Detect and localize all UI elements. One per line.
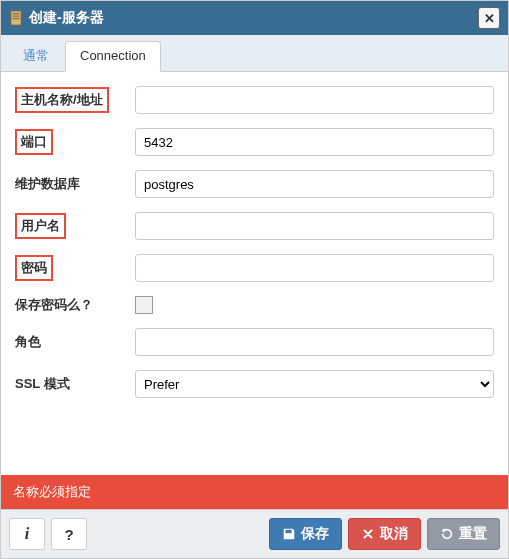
tab-connection[interactable]: Connection: [65, 41, 161, 72]
info-icon: i: [25, 525, 29, 543]
close-button[interactable]: ✕: [478, 7, 500, 29]
label-password: 密码: [15, 255, 53, 281]
create-server-dialog: 创建-服务器 ✕ 通常 Connection 主机名称/地址 端口 维护数据库 …: [0, 0, 509, 559]
save-button[interactable]: 保存: [269, 518, 342, 550]
reset-label: 重置: [459, 525, 487, 543]
label-sslmode: SSL 模式: [15, 376, 70, 391]
cancel-icon: [361, 527, 375, 541]
button-bar: i ? 保存 取消: [1, 509, 508, 558]
reset-button[interactable]: 重置: [427, 518, 500, 550]
row-hostname: 主机名称/地址: [15, 86, 494, 114]
close-icon: ✕: [484, 11, 495, 26]
label-maintdb: 维护数据库: [15, 176, 80, 191]
error-bar: 名称必须指定: [1, 475, 508, 509]
save-label: 保存: [301, 525, 329, 543]
label-port: 端口: [15, 129, 53, 155]
label-savepwd: 保存密码么？: [15, 297, 93, 312]
row-savepwd: 保存密码么？: [15, 296, 494, 314]
cancel-button[interactable]: 取消: [348, 518, 421, 550]
input-maintdb[interactable]: [135, 170, 494, 198]
svg-rect-3: [13, 18, 20, 19]
svg-rect-2: [13, 16, 20, 17]
label-username: 用户名: [15, 213, 66, 239]
reset-icon: [440, 527, 454, 541]
input-role[interactable]: [135, 328, 494, 356]
error-message: 名称必须指定: [13, 484, 91, 499]
row-maintdb: 维护数据库: [15, 170, 494, 198]
tab-general[interactable]: 通常: [9, 41, 63, 71]
row-role: 角色: [15, 328, 494, 356]
help-icon: ?: [64, 526, 73, 543]
label-role: 角色: [15, 334, 41, 349]
input-username[interactable]: [135, 212, 494, 240]
save-icon: [282, 527, 296, 541]
row-port: 端口: [15, 128, 494, 156]
checkbox-savepwd[interactable]: [135, 296, 153, 314]
button-bar-right: 保存 取消 重置: [269, 518, 500, 550]
input-hostname[interactable]: [135, 86, 494, 114]
row-username: 用户名: [15, 212, 494, 240]
svg-rect-1: [13, 13, 20, 14]
info-button[interactable]: i: [9, 518, 45, 550]
input-port[interactable]: [135, 128, 494, 156]
label-hostname: 主机名称/地址: [15, 87, 109, 113]
row-sslmode: SSL 模式 Prefer: [15, 370, 494, 398]
help-button[interactable]: ?: [51, 518, 87, 550]
titlebar-left: 创建-服务器: [9, 9, 104, 27]
dialog-title: 创建-服务器: [29, 9, 104, 27]
tabs: 通常 Connection: [1, 35, 508, 72]
cancel-label: 取消: [380, 525, 408, 543]
select-sslmode[interactable]: Prefer: [135, 370, 494, 398]
input-password[interactable]: [135, 254, 494, 282]
form-content: 主机名称/地址 端口 维护数据库 用户名 密码 保存密码么？ 角色: [1, 72, 508, 475]
titlebar: 创建-服务器 ✕: [1, 1, 508, 35]
row-password: 密码: [15, 254, 494, 282]
server-icon: [9, 10, 23, 26]
button-bar-left: i ?: [9, 518, 87, 550]
